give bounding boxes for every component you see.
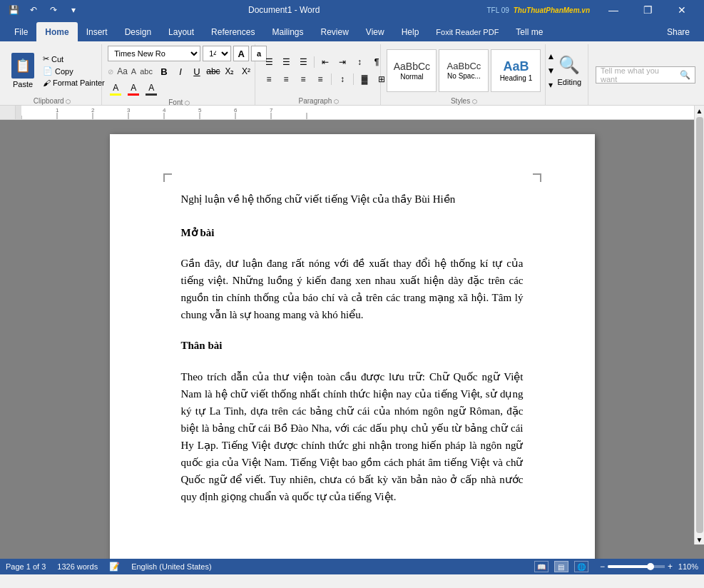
tab-tellme[interactable]: Tell me	[507, 22, 551, 41]
scroll-thumb[interactable]	[696, 120, 703, 533]
tab-design[interactable]: Design	[116, 22, 160, 41]
underline-button[interactable]: U	[189, 64, 205, 79]
tab-home[interactable]: Home	[36, 22, 77, 41]
text-highlight-button[interactable]: A	[108, 81, 123, 97]
undo-button[interactable]: ↶	[26, 2, 41, 18]
tab-insert[interactable]: Insert	[78, 22, 116, 41]
bullets-button[interactable]: ☰	[261, 54, 277, 70]
status-right: 📖 ▤ 🌐 − + 110%	[534, 561, 698, 572]
shading-button[interactable]: ▓	[357, 71, 372, 87]
styles-label: Styles ⬡	[387, 96, 541, 105]
paste-button[interactable]: 📋 Paste	[7, 51, 39, 90]
clipboard-content: 📋 Paste ✂ Cut 📄 Copy 🖌 Format Painter	[7, 46, 97, 96]
tab-file[interactable]: File	[6, 22, 36, 41]
svg-text:1: 1	[56, 107, 59, 113]
proofing-icon[interactable]: 📝	[109, 562, 120, 572]
tab-layout[interactable]: Layout	[160, 22, 203, 41]
clipboard-right: ✂ Cut 📄 Copy 🖌 Format Painter	[40, 54, 108, 88]
shading-color-button[interactable]: A	[143, 81, 159, 97]
section2-title[interactable]: Thân bài	[181, 338, 524, 354]
multilevel-button[interactable]: ☰	[295, 54, 311, 70]
document-area[interactable]: ▲ ▼ Nghị luận về hệ thống chữ viết tiếng…	[0, 120, 704, 559]
document-page: Nghị luận về hệ thống chữ viết tiếng Việ…	[110, 134, 595, 559]
align-left-button[interactable]: ≡	[261, 71, 277, 87]
scrollbar-vertical[interactable]: ▲ ▼	[694, 120, 704, 544]
tab-help[interactable]: Help	[393, 22, 428, 41]
paragraph-content: ☰ ☰ ☰ ⇤ ⇥ ↕ ¶ ≡ ≡ ≡ ≡ ↕ ▓	[261, 46, 376, 96]
save-button[interactable]: 💾	[6, 2, 21, 18]
tab-review[interactable]: Review	[312, 22, 357, 41]
style-heading1[interactable]: AaB Heading 1	[491, 49, 541, 92]
close-button[interactable]: ✕	[665, 0, 698, 20]
tab-share[interactable]: Share	[658, 22, 698, 41]
superscript-button[interactable]: X²	[238, 64, 254, 79]
paragraph1[interactable]: Gần đây, dư luận đang rất nóng với đề xu…	[181, 255, 524, 323]
print-layout-button[interactable]: ▤	[554, 561, 568, 572]
web-layout-button[interactable]: 🌐	[574, 561, 588, 572]
redo-button[interactable]: ↷	[46, 2, 61, 18]
format-painter-button[interactable]: 🖌 Format Painter	[40, 78, 108, 88]
clear-all-btn[interactable]: A	[131, 67, 136, 76]
numbering-button[interactable]: ☰	[278, 54, 294, 70]
ribbon-group-clipboard: 📋 Paste ✂ Cut 📄 Copy 🖌 Format Painter Cl…	[3, 44, 102, 105]
clear-format-btn[interactable]: ⊘	[108, 68, 113, 76]
zoom-out-icon[interactable]: −	[600, 562, 605, 572]
align-center-button[interactable]: ≡	[278, 71, 294, 87]
zoom-in-icon[interactable]: +	[668, 562, 673, 572]
document-title[interactable]: Nghị luận về hệ thống chữ viết tiếng Việ…	[181, 191, 524, 208]
zoom-level-text[interactable]: 110%	[675, 562, 698, 571]
font-content: Times New Ro 14 A a ⊘ Aa A abc B I	[108, 46, 250, 97]
status-bar: Page 1 of 3 1326 words 📝 English (United…	[0, 559, 704, 574]
font-size-select[interactable]: 14	[203, 46, 231, 61]
paragraph2[interactable]: Theo trích dẫn của thư viện toàn cầu đượ…	[181, 368, 524, 505]
style-normal[interactable]: AaBbCc Normal	[387, 49, 437, 92]
subscript-button[interactable]: X₂	[222, 64, 238, 79]
style-nospac[interactable]: AaBbCc No Spac...	[439, 49, 489, 92]
font-color-button[interactable]: A	[126, 81, 141, 97]
language-indicator[interactable]: English (United States)	[131, 562, 212, 571]
strikethrough-button[interactable]: abc	[205, 64, 221, 79]
editing-group-label	[551, 96, 583, 105]
zoom-slider-thumb[interactable]	[647, 563, 654, 570]
sort-button[interactable]: ↕	[352, 54, 367, 70]
change-case-btn[interactable]: Aa	[117, 66, 128, 76]
line-spacing-button[interactable]: ↕	[335, 71, 350, 87]
font-row1: Times New Ro 14 A a	[108, 46, 267, 61]
paste-icon: 📋	[11, 53, 34, 78]
svg-text:7: 7	[270, 107, 273, 113]
ribbon-tabs: File Home Insert Design Layout Reference…	[0, 20, 704, 41]
style-nospac-label: No Spac...	[447, 72, 481, 80]
ribbon-body: 📋 Paste ✂ Cut 📄 Copy 🖌 Format Painter Cl…	[0, 41, 704, 106]
justify-button[interactable]: ≡	[312, 71, 328, 87]
minimize-button[interactable]: —	[597, 0, 630, 20]
decrease-indent-button[interactable]: ⇤	[317, 54, 333, 70]
grow-font-button[interactable]: A	[233, 46, 249, 61]
font-controls: Times New Ro 14 A a ⊘ Aa A abc B I	[108, 46, 267, 97]
read-mode-button[interactable]: 📖	[534, 561, 549, 572]
zoom-slider-track[interactable]	[608, 565, 665, 568]
font-family-select[interactable]: Times New Ro	[108, 46, 200, 61]
section1-title[interactable]: Mở bài	[181, 225, 524, 241]
cut-button[interactable]: ✂ Cut	[40, 54, 108, 64]
ribbon-search-box[interactable]: Tell me what you want 🔍	[596, 66, 695, 83]
align-right-button[interactable]: ≡	[295, 71, 311, 87]
abc-clear-btn[interactable]: abc	[140, 67, 153, 76]
customize-qat-button[interactable]: ▾	[66, 2, 81, 18]
font-row3: A A A	[108, 81, 267, 97]
tab-mailings[interactable]: Mailings	[263, 22, 312, 41]
scroll-down-button[interactable]: ▼	[695, 534, 705, 544]
copy-button[interactable]: 📄 Copy	[40, 66, 108, 76]
tab-foxit[interactable]: Foxit Reader PDF	[427, 22, 507, 41]
italic-button[interactable]: I	[173, 64, 188, 79]
tab-references[interactable]: References	[203, 22, 263, 41]
svg-text:5: 5	[198, 107, 202, 113]
word-count[interactable]: 1326 words	[57, 562, 98, 571]
increase-indent-button[interactable]: ⇥	[335, 54, 350, 70]
bold-button[interactable]: B	[156, 64, 172, 79]
tab-view[interactable]: View	[357, 22, 393, 41]
page-info[interactable]: Page 1 of 3	[6, 562, 46, 571]
font-format-group: B I U abc X₂ X²	[156, 64, 254, 79]
title-bar: 💾 ↶ ↷ ▾ Document1 - Word TFL 09 ThuThuat…	[0, 0, 704, 20]
corner-mark-top-right	[533, 173, 541, 182]
restore-button[interactable]: ❐	[631, 0, 664, 20]
